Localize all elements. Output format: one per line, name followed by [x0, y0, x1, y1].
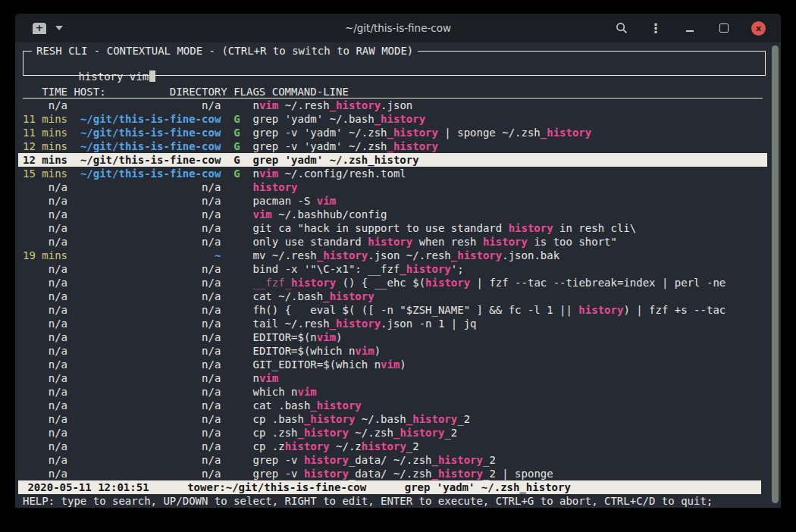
- resh-mode-title: RESH CLI - CONTEXTUAL MODE - (CTRL+R to …: [32, 44, 418, 58]
- history-row[interactable]: n/a n/a cat .bash_history: [23, 399, 763, 412]
- search-query-text: history vim: [78, 70, 149, 83]
- history-row[interactable]: n/a n/a cp .zhistory ~/.zhistory_2: [23, 440, 763, 453]
- history-row-selected[interactable]: 12 mins ~/git/this-is-fine-cow G grep 'y…: [18, 153, 767, 167]
- history-row[interactable]: n/a n/a fh() { eval $( ([ -n "$ZSH_NAME"…: [23, 303, 763, 317]
- terminal-content[interactable]: RESH CLI - CONTEXTUAL MODE - (CTRL+R to …: [15, 42, 781, 508]
- search-input[interactable]: history vim: [24, 52, 765, 97]
- status-bar: 2020-05-11 12:01:51 tower:~/git/this-is-…: [18, 480, 761, 494]
- history-row[interactable]: n/a n/a vim ~/.bashhub/config: [23, 208, 763, 221]
- chevron-down-icon[interactable]: [55, 26, 63, 30]
- history-row[interactable]: n/a n/a grep -v history_data/ ~/.zsh_his…: [23, 467, 763, 480]
- history-row[interactable]: n/a n/a pacman -S vim: [23, 194, 763, 208]
- terminal-window: + ~/git/this-is-fine-cow ⋮ x RESH CLI - …: [15, 14, 781, 508]
- history-row[interactable]: 11 mins ~/git/this-is-fine-cow G grep 'y…: [23, 112, 763, 126]
- history-row[interactable]: n/a n/a only use standard history when r…: [23, 235, 763, 249]
- help-line: HELP: type to search, UP/DOWN to select,…: [23, 494, 781, 508]
- scrollbar-thumb[interactable]: [772, 45, 779, 503]
- history-row[interactable]: n/a n/a grep -v history_data/ ~/.zsh_his…: [23, 453, 763, 467]
- history-row[interactable]: n/a n/a EDITOR=$(which nvim): [23, 344, 763, 358]
- minimize-button[interactable]: [683, 21, 697, 35]
- history-row[interactable]: 11 mins ~/git/this-is-fine-cow G grep -v…: [23, 126, 763, 139]
- history-row[interactable]: 15 mins ~/git/this-is-fine-cow G nvim ~/…: [23, 167, 763, 180]
- new-tab-button[interactable]: +: [33, 23, 46, 34]
- history-row[interactable]: 19 mins ~ mv ~/.resh_history.json ~/.res…: [23, 249, 763, 262]
- history-row[interactable]: 12 mins ~/git/this-is-fine-cow G grep -v…: [23, 139, 763, 153]
- resh-search-box[interactable]: RESH CLI - CONTEXTUAL MODE - (CTRL+R to …: [23, 51, 766, 76]
- history-rows: n/a n/a nvim ~/.resh_history.json11 mins…: [23, 99, 781, 480]
- titlebar: + ~/git/this-is-fine-cow ⋮ x: [15, 14, 781, 42]
- history-row[interactable]: n/a n/a git ca "hack in support to use s…: [23, 221, 763, 235]
- close-button[interactable]: x: [751, 21, 766, 36]
- history-row[interactable]: n/a n/a history: [23, 180, 763, 194]
- history-row[interactable]: n/a n/a nvim: [23, 371, 763, 385]
- menu-kebab-icon[interactable]: ⋮: [649, 21, 663, 35]
- history-row[interactable]: n/a n/a bind -x '"\C-x1": __fzf_history'…: [23, 262, 763, 276]
- history-row[interactable]: n/a n/a EDITOR=$(nvim): [23, 330, 763, 344]
- history-row[interactable]: n/a n/a GIT_EDITOR=$(which nvim): [23, 358, 763, 371]
- history-row[interactable]: n/a n/a cat ~/.bash_history: [23, 289, 763, 303]
- history-row[interactable]: n/a n/a cp .zsh_history ~/.zsh_history_2: [23, 426, 763, 440]
- history-row[interactable]: n/a n/a nvim ~/.resh_history.json: [23, 99, 763, 112]
- history-row[interactable]: n/a n/a which nvim: [23, 385, 763, 399]
- history-row[interactable]: n/a n/a cp .bash_history ~/.bash_history…: [23, 412, 763, 426]
- restore-button[interactable]: [717, 21, 731, 35]
- search-icon[interactable]: [615, 21, 628, 35]
- history-row[interactable]: n/a n/a __fzf_history () { __ehc $(histo…: [23, 276, 763, 289]
- history-row[interactable]: n/a n/a tail ~/.resh_history.json -n 1 |…: [23, 317, 763, 330]
- text-cursor: [149, 70, 155, 82]
